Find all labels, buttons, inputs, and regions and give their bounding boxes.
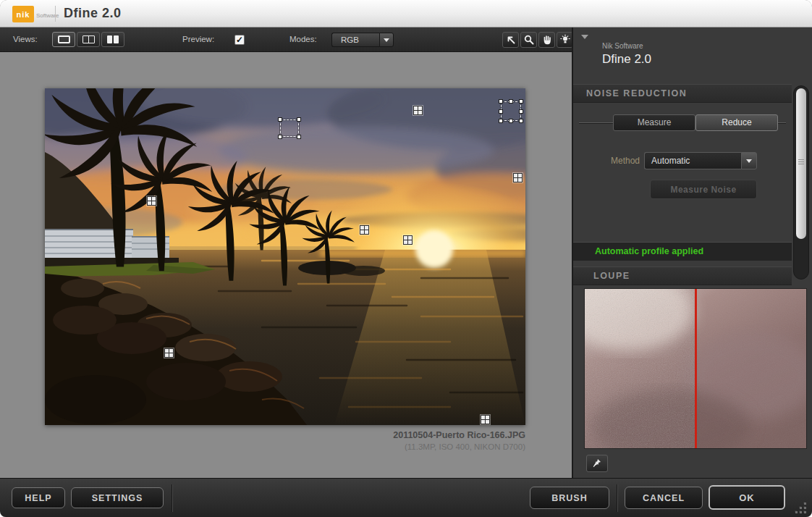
single-view-icon xyxy=(58,35,70,43)
view-mode-group xyxy=(52,32,124,47)
mode-dropdown[interactable]: RGB xyxy=(331,33,394,47)
method-value: Automatic xyxy=(644,152,741,169)
footer-divider xyxy=(172,484,172,512)
panel-scrollbar[interactable] xyxy=(793,85,809,279)
measure-reduce-tabs: Measure Reduce xyxy=(573,114,792,132)
ok-button[interactable]: OK xyxy=(709,485,785,510)
modes-label: Modes: xyxy=(289,35,317,43)
help-button[interactable]: HELP xyxy=(12,487,65,508)
brush-button[interactable]: BRUSH xyxy=(530,487,609,509)
title-divider xyxy=(55,6,56,22)
collapse-triangle-icon xyxy=(581,35,588,39)
split-view-icon xyxy=(83,35,95,43)
select-arrow-icon xyxy=(505,34,517,46)
panel-brand: Nik Software xyxy=(602,42,643,50)
split-view-button[interactable] xyxy=(77,32,100,47)
single-view-button[interactable] xyxy=(52,32,75,47)
loupe-split-line[interactable] xyxy=(695,289,697,449)
tool-group xyxy=(502,32,573,48)
preview-label: Preview: xyxy=(182,35,214,43)
resize-grip-icon[interactable] xyxy=(793,500,806,513)
side-by-side-icon xyxy=(107,35,119,43)
zoom-tool-button[interactable] xyxy=(520,32,537,48)
chevron-down-icon xyxy=(746,159,752,163)
tab-reduce[interactable]: Reduce xyxy=(695,114,778,131)
image-filename: 20110504-Puerto Rico-166.JPG xyxy=(217,430,525,440)
select-arrow-button[interactable] xyxy=(502,32,519,48)
views-label: Views: xyxy=(13,35,38,43)
title-bar: nik Software Dfine 2.0 xyxy=(0,0,812,28)
image-canvas: 20110504-Puerto Rico-166.JPG (11.3MP, IS… xyxy=(0,52,572,478)
lightbulb-icon xyxy=(559,34,571,46)
settings-panel: Nik Software Dfine 2.0 NOISE REDUCTION M… xyxy=(572,28,812,478)
window-title: Dfine 2.0 xyxy=(64,6,122,21)
dfine-window: nik Software Dfine 2.0 Views: Preview: ✓… xyxy=(0,0,812,517)
loupe-pin-button[interactable] xyxy=(586,455,608,472)
image-caption: 20110504-Puerto Rico-166.JPG (11.3MP, IS… xyxy=(217,430,525,451)
measure-noise-button[interactable]: Measure Noise xyxy=(650,180,757,199)
scrollbar-thumb[interactable] xyxy=(796,88,806,239)
magnifier-icon xyxy=(523,34,535,46)
panel-product-title: Dfine 2.0 xyxy=(602,52,651,67)
toolbar: Views: Preview: ✓ Modes: RGB xyxy=(0,28,572,52)
preview-checkbox[interactable]: ✓ xyxy=(234,35,245,45)
hand-icon xyxy=(541,34,553,46)
cancel-button[interactable]: CANCEL xyxy=(625,487,703,509)
status-strip: Automatic profile applied xyxy=(573,242,792,261)
photo[interactable] xyxy=(45,88,525,425)
method-label: Method xyxy=(595,156,640,166)
loupe-viewport[interactable] xyxy=(584,288,807,449)
chevron-down-icon xyxy=(384,38,389,42)
pan-hand-button[interactable] xyxy=(538,32,555,48)
image-fileinfo: (11.3MP, ISO 400, NIKON D700) xyxy=(217,442,525,451)
side-by-side-view-button[interactable] xyxy=(101,32,124,47)
mode-value: RGB xyxy=(331,33,379,47)
tab-measure[interactable]: Measure xyxy=(613,114,695,131)
method-dropdown[interactable]: Automatic xyxy=(644,152,757,169)
background-lamp-button[interactable] xyxy=(557,32,573,48)
footer-divider xyxy=(617,484,617,512)
nik-logo-icon: nik xyxy=(12,6,34,22)
noise-reduction-header: NOISE REDUCTION xyxy=(573,84,792,103)
pushpin-icon xyxy=(591,458,603,469)
mode-dropdown-arrow[interactable] xyxy=(379,33,394,47)
settings-button[interactable]: SETTINGS xyxy=(71,487,164,508)
method-dropdown-arrow[interactable] xyxy=(741,152,757,169)
footer-bar: HELP SETTINGS BRUSH CANCEL OK xyxy=(0,478,812,517)
status-text: Automatic profile applied xyxy=(595,246,703,256)
loupe-header[interactable]: LOUPE xyxy=(573,266,792,285)
